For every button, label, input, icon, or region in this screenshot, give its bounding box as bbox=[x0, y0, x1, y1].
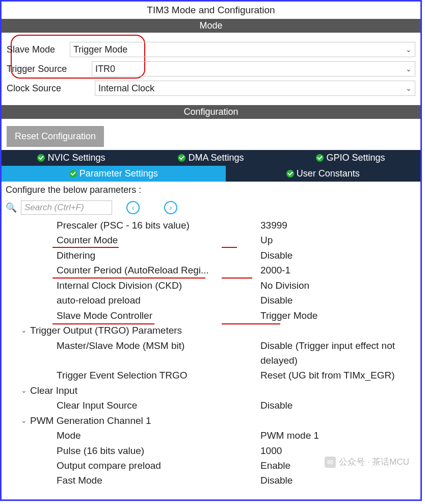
check-icon bbox=[178, 154, 185, 162]
watermark: ✉ 公众号 · 茶话MCU bbox=[325, 456, 409, 468]
trigger-source-row: Trigger Source ITR0 ⌄ bbox=[7, 61, 415, 77]
clock-source-dropdown[interactable]: Internal Clock ⌄ bbox=[95, 81, 415, 96]
window-title: TIM3 Mode and Configuration bbox=[2, 2, 420, 19]
slave-mode-row: Slave Mode Trigger Mode ⌄ bbox=[7, 42, 415, 57]
search-input[interactable]: Search (Ctrl+F) bbox=[21, 200, 112, 215]
configure-params-label: Configure the below parameters : bbox=[2, 182, 420, 198]
chevron-down-icon: ⌄ bbox=[21, 415, 27, 426]
param-msm[interactable]: Master/Slave Mode (MSM bit)Disable (Trig… bbox=[6, 338, 416, 368]
check-icon bbox=[37, 154, 45, 162]
reset-configuration-button[interactable]: Reset Configuration bbox=[7, 126, 104, 147]
check-icon bbox=[69, 170, 77, 178]
group-pwm-ch1[interactable]: ⌄PWM Generation Channel 1 bbox=[6, 413, 416, 428]
settings-tabs-row1: NVIC Settings DMA Settings GPIO Settings bbox=[2, 150, 420, 166]
chevron-down-icon: ⌄ bbox=[21, 325, 27, 336]
param-auto-reload-preload[interactable]: auto-reload preloadDisable bbox=[6, 293, 416, 308]
search-row: 🔍 Search (Ctrl+F) ‹ › bbox=[2, 198, 420, 218]
trigger-source-dropdown[interactable]: ITR0 ⌄ bbox=[92, 61, 415, 77]
clock-source-row: Clock Source Internal Clock ⌄ bbox=[7, 81, 415, 96]
prev-nav-button[interactable]: ‹ bbox=[126, 201, 140, 214]
mode-panel: Slave Mode Trigger Mode ⌄ Trigger Source… bbox=[2, 33, 420, 102]
param-prescaler[interactable]: Prescaler (PSC - 16 bits value)33999 bbox=[6, 218, 416, 233]
check-icon bbox=[286, 170, 294, 178]
mode-header: Mode bbox=[2, 19, 420, 33]
tab-dma-settings[interactable]: DMA Settings bbox=[141, 150, 281, 166]
tab-parameter-settings[interactable]: Parameter Settings bbox=[2, 166, 226, 182]
parameter-tree: Prescaler (PSC - 16 bits value)33999 Cou… bbox=[2, 218, 420, 492]
param-counter-period[interactable]: Counter Period (AutoReload Regi...2000-1 bbox=[6, 263, 416, 278]
tab-nvic-settings[interactable]: NVIC Settings bbox=[2, 150, 141, 166]
chevron-down-icon: ⌄ bbox=[406, 45, 412, 54]
configuration-panel: Reset Configuration bbox=[2, 119, 420, 150]
watermark-text: 公众号 · 茶话MCU bbox=[339, 456, 409, 468]
param-pwm-mode[interactable]: ModePWM mode 1 bbox=[6, 428, 416, 443]
param-dithering[interactable]: DitheringDisable bbox=[6, 248, 416, 263]
check-icon bbox=[316, 154, 324, 162]
trigger-source-label: Trigger Source bbox=[7, 64, 96, 74]
tab-user-constants[interactable]: User Constants bbox=[226, 166, 420, 182]
wechat-icon: ✉ bbox=[325, 457, 336, 468]
chevron-down-icon: ⌄ bbox=[21, 385, 27, 396]
group-trgo[interactable]: ⌄Trigger Output (TRGO) Parameters bbox=[6, 323, 416, 338]
param-counter-mode[interactable]: Counter ModeUp bbox=[6, 233, 416, 247]
clock-source-value: Internal Clock bbox=[98, 83, 154, 94]
search-icon[interactable]: 🔍 bbox=[6, 202, 17, 213]
param-ckd[interactable]: Internal Clock Division (CKD)No Division bbox=[6, 278, 416, 293]
clock-source-label: Clock Source bbox=[7, 83, 96, 94]
tab-gpio-settings[interactable]: GPIO Settings bbox=[281, 150, 420, 166]
configuration-header: Configuration bbox=[2, 105, 420, 119]
param-trgo-event[interactable]: Trigger Event Selection TRGOReset (UG bi… bbox=[6, 368, 416, 383]
chevron-down-icon: ⌄ bbox=[406, 84, 412, 92]
slave-mode-dropdown[interactable]: Trigger Mode ⌄ bbox=[70, 42, 415, 57]
param-slave-mode-controller[interactable]: Slave Mode ControllerTrigger Mode bbox=[6, 308, 416, 323]
settings-tabs-row2: Parameter Settings User Constants bbox=[2, 166, 420, 182]
slave-mode-value: Trigger Mode bbox=[73, 44, 127, 55]
param-clear-input-source[interactable]: Clear Input SourceDisable bbox=[6, 398, 416, 413]
group-clear-input[interactable]: ⌄Clear Input bbox=[6, 383, 416, 398]
trigger-source-value: ITR0 bbox=[95, 64, 115, 74]
next-nav-button[interactable]: › bbox=[164, 201, 177, 214]
config-window: TIM3 Mode and Configuration Mode Slave M… bbox=[0, 0, 422, 501]
param-fast-mode[interactable]: Fast ModeDisable bbox=[6, 473, 416, 488]
chevron-down-icon: ⌄ bbox=[406, 65, 412, 73]
